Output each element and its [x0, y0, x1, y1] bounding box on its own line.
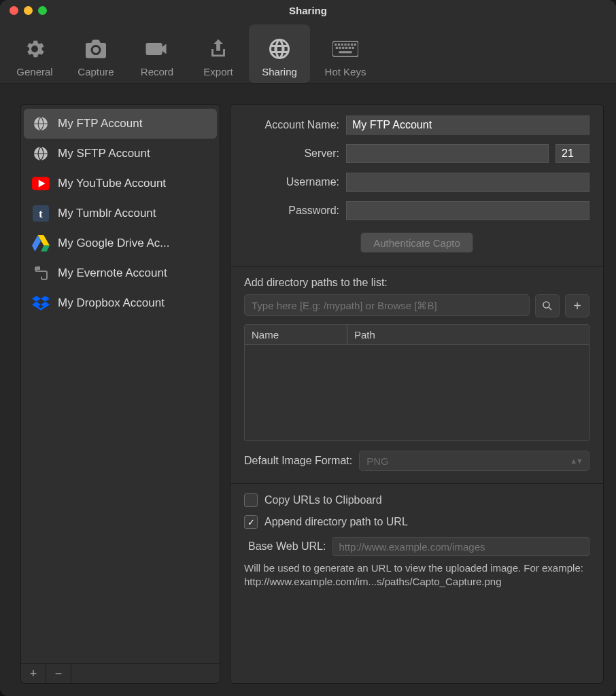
append-path-checkbox[interactable]: ✓ [244, 515, 258, 529]
directory-heading: Add directory paths to the list: [244, 277, 589, 289]
account-label: My Dropbox Account [58, 296, 165, 310]
account-name-input[interactable] [346, 116, 589, 135]
tab-export[interactable]: Export [188, 24, 249, 83]
svg-rect-9 [339, 47, 341, 49]
authenticate-button[interactable]: Authenticate Capto [360, 232, 473, 253]
account-item-tumblr[interactable]: t My Tumblr Account [24, 198, 217, 228]
password-label: Password: [244, 205, 339, 217]
account-detail-panel: Account Name: Server: Username: Password… [230, 104, 604, 684]
svg-rect-8 [336, 47, 338, 49]
window-title: Sharing [0, 5, 616, 16]
account-item-dropbox[interactable]: My Dropbox Account [24, 288, 217, 318]
account-label: My FTP Account [58, 117, 142, 130]
copy-urls-label: Copy URLs to Clipboard [264, 494, 382, 506]
default-format-select[interactable]: PNG ▲▼ [359, 451, 589, 471]
tab-general[interactable]: General [4, 24, 65, 83]
svg-rect-14 [339, 51, 352, 53]
preferences-window: Sharing General Capture Record Export [0, 0, 616, 696]
svg-text:t: t [39, 208, 43, 220]
chevron-up-down-icon: ▲▼ [570, 457, 582, 465]
svg-rect-10 [342, 47, 344, 49]
evernote-icon [32, 264, 50, 282]
dropbox-icon [32, 294, 50, 312]
account-item-sftp[interactable]: My SFTP Account [24, 139, 217, 169]
base-url-label: Base Web URL: [248, 540, 326, 553]
append-path-label: Append directory path to URL [264, 516, 408, 528]
base-url-hint: Will be used to generate an URL to view … [244, 561, 589, 589]
account-item-youtube[interactable]: My YouTube Account [24, 169, 217, 198]
tumblr-icon: t [32, 205, 50, 222]
browse-button[interactable] [535, 294, 560, 317]
tab-label: Export [203, 66, 233, 77]
default-format-label: Default Image Format: [244, 455, 352, 467]
column-name[interactable]: Name [245, 325, 347, 344]
username-label: Username: [244, 176, 339, 188]
svg-rect-11 [345, 47, 347, 49]
directory-path-input[interactable] [244, 294, 530, 316]
svg-rect-7 [354, 44, 356, 46]
tab-label: Hot Keys [325, 66, 366, 77]
base-url-input[interactable] [332, 537, 589, 556]
account-name-label: Account Name: [244, 119, 339, 131]
tab-sharing[interactable]: Sharing [249, 24, 310, 83]
keyboard-icon [332, 36, 358, 62]
svg-rect-2 [338, 44, 340, 46]
remove-account-button[interactable]: − [46, 664, 71, 683]
svg-rect-13 [352, 47, 354, 49]
accounts-sidebar: My FTP Account My SFTP Account My YouTub… [20, 104, 220, 684]
tab-label: Capture [78, 66, 114, 77]
svg-point-20 [543, 302, 549, 308]
add-account-button[interactable]: + [21, 664, 46, 683]
share-icon [205, 36, 231, 62]
youtube-icon [32, 175, 50, 192]
account-item-gdrive[interactable]: My Google Drive Ac... [24, 228, 217, 258]
default-format-value: PNG [366, 455, 389, 467]
username-input[interactable] [346, 173, 589, 192]
server-label: Server: [244, 147, 339, 160]
titlebar: Sharing [0, 0, 616, 20]
account-label: My Tumblr Account [58, 207, 156, 220]
account-label: My Evernote Account [58, 266, 167, 280]
column-path[interactable]: Path [347, 325, 589, 344]
toolbar: General Capture Record Export Sharing [0, 20, 616, 84]
svg-rect-12 [349, 47, 351, 49]
account-item-ftp[interactable]: My FTP Account [24, 109, 217, 139]
svg-rect-3 [341, 44, 343, 46]
directory-table: Name Path [244, 324, 589, 441]
globe-icon [267, 36, 292, 62]
copy-urls-checkbox[interactable] [244, 493, 258, 507]
video-icon [144, 36, 170, 62]
gdrive-icon [32, 234, 50, 252]
tab-hotkeys[interactable]: Hot Keys [310, 24, 381, 83]
server-input[interactable] [346, 144, 549, 163]
globe-icon [32, 145, 50, 162]
svg-rect-5 [347, 44, 349, 46]
tab-record[interactable]: Record [126, 24, 188, 83]
password-input[interactable] [346, 201, 589, 220]
tab-label: General [16, 66, 52, 77]
svg-rect-4 [344, 44, 346, 46]
tab-capture[interactable]: Capture [65, 24, 126, 83]
tab-label: Record [141, 66, 173, 77]
account-item-evernote[interactable]: My Evernote Account [24, 258, 217, 288]
account-label: My YouTube Account [58, 177, 166, 190]
globe-icon [32, 115, 50, 133]
account-label: My SFTP Account [58, 147, 150, 160]
tab-label: Sharing [262, 66, 297, 77]
svg-rect-6 [351, 44, 353, 46]
camera-icon [83, 36, 109, 62]
port-input[interactable] [555, 144, 589, 163]
account-label: My Google Drive Ac... [58, 237, 169, 250]
add-directory-button[interactable]: + [565, 294, 589, 317]
svg-rect-1 [335, 44, 337, 46]
gear-icon [22, 36, 48, 62]
